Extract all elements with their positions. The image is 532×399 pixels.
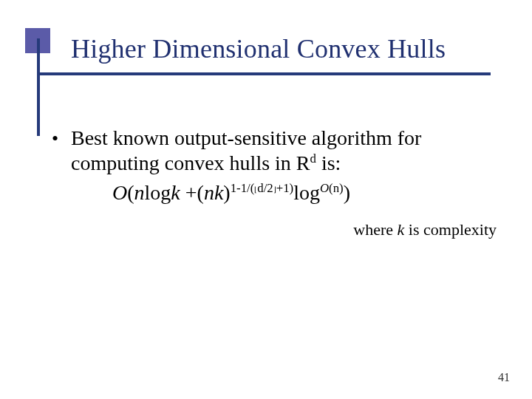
formula-exp-mid: d/2 [257,181,273,195]
formula-close-nk: ) [223,181,230,204]
formula-close: ) [344,181,350,204]
page-number: 41 [498,371,510,384]
formula-k1: k [171,181,180,204]
formula-n1: n [134,181,145,204]
slide-body: • Best known output-sensitive algorithm … [52,126,495,205]
formula-plus: +( [180,181,204,204]
formula-exp-a: 1-1/( [231,181,255,195]
header-horizontal-bar [37,72,491,75]
formula-n2: n [204,181,214,204]
bullet-text: Best known output-sensitive algorithm fo… [71,126,495,176]
slide: Higher Dimensional Convex Hulls • Best k… [0,0,532,399]
formula-log-exponent: O(n) [320,181,344,195]
bullet-item: • Best known output-sensitive algorithm … [52,126,495,176]
formula-log2: log [293,181,320,204]
bullet-line2-superscript: d [310,151,316,166]
formula-O: O [112,181,127,204]
header-vertical-bar [37,38,40,136]
formula-exp-On: (n) [329,181,344,195]
formula-k2: k [214,181,223,204]
formula-open: ( [127,181,134,204]
formula-exponent: 1-1/(⌊d/2⌋+1) [231,181,294,195]
bullet-line2-post: is: [316,151,341,174]
note-post: is complexity [404,220,497,239]
formula-log1: log [145,181,171,204]
note-pre: where [353,220,397,239]
bullet-line1: Best known output-sensitive algorithm fo… [71,126,421,149]
formula-exp-b: +1) [276,181,293,195]
bullet-marker: • [52,126,71,151]
note-k: k [398,220,405,239]
slide-title: Higher Dimensional Convex Hulls [71,33,507,64]
complexity-formula: O(nlogk +(nk)1-1/(⌊d/2⌋+1)logO(n)) [112,180,495,205]
formula-exp-O: O [320,181,329,195]
bullet-line2-pre: computing convex hulls in R [71,151,310,174]
complexity-note: where k is complexity [353,220,497,239]
